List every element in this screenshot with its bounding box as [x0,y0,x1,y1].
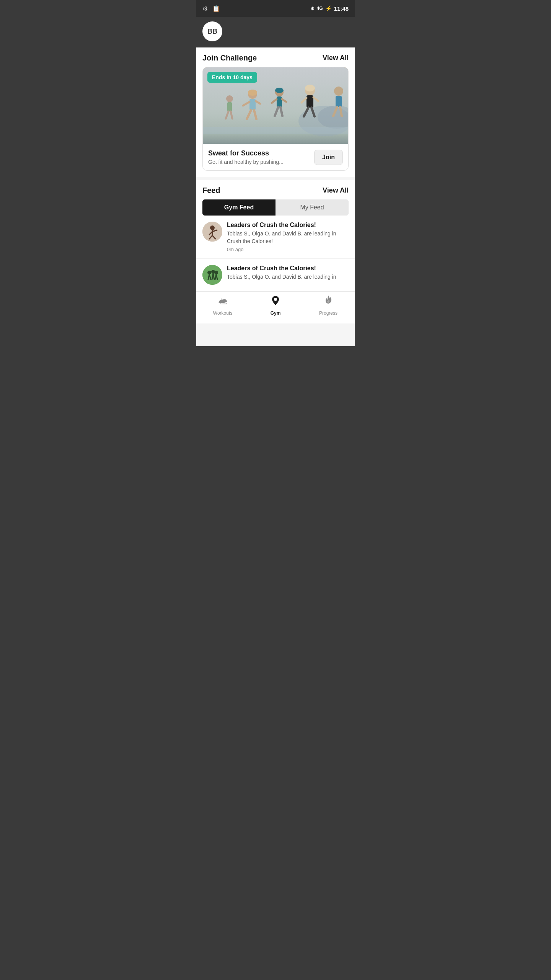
nav-item-progress[interactable]: Progress [302,295,355,316]
svg-rect-21 [306,95,313,108]
svg-line-29 [340,107,342,116]
bottom-nav: Workouts Gym Progress [196,291,355,323]
feed-tabs: Gym Feed My Feed [202,199,349,216]
svg-point-35 [210,225,215,230]
status-time: 11:48 [334,5,349,12]
feed-avatar-svg-1 [202,222,222,242]
tab-my-feed[interactable]: My Feed [276,199,349,216]
battery-icon: ⚡ [325,5,332,11]
feed-item-time-1: 0m ago [227,247,349,252]
status-right-icons: ✱ 4G ⚡ 11:48 [310,5,349,12]
challenge-image: Ends in 10 days [203,67,348,144]
workouts-label: Workouts [213,310,232,316]
user-avatar[interactable]: BB [202,21,222,41]
svg-point-30 [226,95,233,102]
status-bar: ⚙ 📋 ✱ 4G ⚡ 11:48 [196,0,355,17]
feed-item-desc-1: Tobias S., Olga O. and David B. are lead… [227,230,349,245]
svg-rect-14 [277,96,282,107]
svg-point-42 [207,271,211,274]
status-left-icons: ⚙ 📋 [202,5,220,12]
feed-avatar-2 [202,265,222,285]
challenge-description: Get fit and healthy by pushing... [208,159,284,165]
join-button[interactable]: Join [314,150,343,165]
challenge-info: Sweat for Success Get fit and healthy by… [203,144,348,170]
clipboard-icon: 📋 [212,5,220,12]
nav-item-gym[interactable]: Gym [249,295,302,316]
feed-view-all[interactable]: View All [323,186,349,194]
svg-rect-4 [203,127,348,134]
feed-section-header: Feed View All [202,186,349,195]
settings-icon: ⚙ [202,5,208,12]
main-content: Join Challenge View All [196,47,355,346]
svg-rect-7 [249,99,256,110]
feed-section: Feed View All Gym Feed My Feed [196,180,355,216]
svg-point-20 [305,85,315,91]
progress-label: Progress [319,310,337,316]
join-challenge-section: Join Challenge View All [196,47,355,177]
tab-gym-feed[interactable]: Gym Feed [202,199,276,216]
app-header: BB [196,17,355,47]
challenge-section-header: Join Challenge View All [202,54,349,62]
challenge-name: Sweat for Success [208,149,284,157]
svg-point-51 [274,298,277,301]
signal-icon: 4G [317,6,323,11]
challenge-text: Sweat for Success Get fit and healthy by… [208,149,284,165]
nav-item-workouts[interactable]: Workouts [196,295,249,316]
challenge-card: Ends in 10 days Sweat for Success Get fi… [202,67,349,171]
feed-avatar-1 [202,222,222,242]
bluetooth-icon: ✱ [310,6,315,11]
progress-icon [323,295,334,309]
svg-rect-27 [336,96,342,107]
feed-item-2: Leaders of Crush the Calories! Tobias S.… [196,259,355,291]
feed-item-title-2: Leaders of Crush the Calories! [227,265,336,272]
challenge-title: Join Challenge [202,54,257,62]
gym-icon [270,295,281,309]
workouts-icon [217,295,228,309]
feed-content-2: Leaders of Crush the Calories! Tobias S.… [227,265,336,281]
feed-item-desc-2: Tobias S., Olga O. and David B. are lead… [227,273,336,281]
svg-point-6 [248,90,257,96]
svg-point-26 [334,87,343,96]
feed-items: Leaders of Crush the Calories! Tobias S.… [196,216,355,291]
gym-label: Gym [271,310,281,316]
svg-rect-31 [227,102,232,111]
feed-item-1: Leaders of Crush the Calories! Tobias S.… [196,216,355,259]
svg-point-13 [275,88,284,93]
feed-item-title-1: Leaders of Crush the Calories! [227,222,349,229]
challenge-view-all[interactable]: View All [323,54,349,62]
challenge-ends-badge: Ends in 10 days [207,72,257,83]
feed-content-1: Leaders of Crush the Calories! Tobias S.… [227,222,349,252]
feed-avatar-svg-2 [202,265,222,285]
feed-title: Feed [202,186,220,195]
